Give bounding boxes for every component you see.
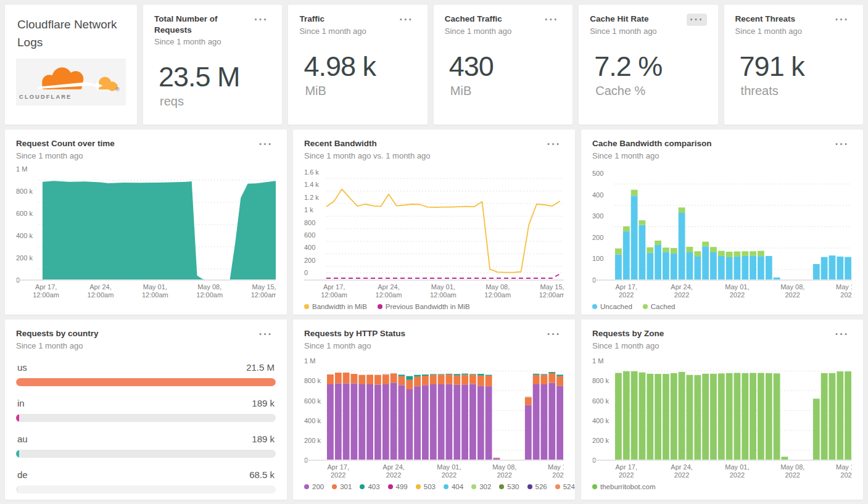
svg-text:May 08,2022: May 08,2022	[492, 463, 516, 479]
panel-menu-icon[interactable]: ···	[832, 14, 852, 26]
stat-panel-cached-traffic: Cached Traffic Since 1 month ago ··· 430…	[434, 5, 572, 125]
chart-title: Requests by Zone	[592, 328, 664, 339]
svg-text:May 01,12:00am: May 01,12:00am	[142, 283, 168, 299]
cache-bandwidth-chart[interactable]: 0100200300400500Apr 17,2022Apr 24,2022Ma…	[592, 165, 852, 300]
legend-item[interactable]: 302	[471, 483, 491, 490]
stat-subtitle: Since 1 month ago	[735, 27, 802, 36]
panel-menu-icon[interactable]: ···	[256, 138, 276, 151]
svg-text:1.4 k: 1.4 k	[304, 181, 319, 188]
http-status-chart[interactable]: 0200 k400 k600 k800 k1 MApr 17,2022Apr 2…	[304, 355, 564, 480]
stats-row: Cloudflare Network Logs CLOUDFLARE ®	[5, 5, 863, 125]
svg-text:600: 600	[304, 231, 315, 238]
stat-unit: threats	[741, 84, 852, 98]
legend-item[interactable]: 403	[360, 483, 379, 490]
cloudflare-logo-icon: CLOUDFLARE ®	[16, 61, 126, 103]
country-bar-track	[16, 450, 276, 458]
svg-text:100: 100	[592, 255, 603, 262]
legend-dot-icon	[555, 484, 560, 489]
svg-text:800 k: 800 k	[592, 377, 609, 384]
country-bar[interactable]	[16, 378, 276, 386]
svg-text:Apr 17,2022: Apr 17,2022	[616, 283, 637, 299]
stat-value: 7.2 %	[594, 51, 706, 83]
cloudflare-logo-text: CLOUDFLARE	[19, 94, 72, 100]
panel-menu-icon[interactable]: ···	[544, 138, 564, 151]
legend-dot-icon	[444, 484, 448, 489]
country-bar[interactable]	[16, 450, 19, 458]
svg-text:800 k: 800 k	[304, 377, 321, 384]
legend-label: Bandwidth in MiB	[312, 303, 367, 310]
country-code: in	[17, 398, 25, 408]
svg-text:May 01,2022: May 01,2022	[437, 463, 461, 479]
svg-text:1 M: 1 M	[304, 357, 315, 365]
panel-menu-icon[interactable]: ···	[542, 14, 561, 26]
chart-panel-recent-bandwidth: Recent Bandwidth Since 1 month ago vs. 1…	[293, 130, 575, 315]
legend-item[interactable]: Uncached	[592, 303, 632, 310]
legend-item[interactable]: 530	[499, 483, 519, 490]
svg-text:400: 400	[304, 244, 315, 251]
panel-menu-icon[interactable]: ···	[832, 138, 852, 151]
svg-text:600 k: 600 k	[16, 210, 33, 217]
legend-item[interactable]: 404	[444, 483, 463, 490]
stat-panel-recent-threats: Recent Threats Since 1 month ago ··· 791…	[724, 5, 863, 125]
panel-menu-icon[interactable]: ···	[544, 328, 564, 341]
stat-unit: MiB	[450, 84, 561, 98]
legend-item[interactable]: 200	[304, 483, 324, 490]
stat-unit: Cache %	[595, 84, 706, 98]
country-bar-track	[16, 414, 276, 422]
stat-subtitle: Since 1 month ago	[590, 27, 656, 36]
country-bar[interactable]	[16, 485, 18, 494]
svg-text:May 08,2022: May 08,2022	[780, 463, 804, 479]
page-title: Cloudflare Network Logs	[16, 14, 126, 51]
requests-by-zone-chart[interactable]: 0200 k400 k600 k800 k1 MApr 17,2022Apr 2…	[592, 355, 852, 480]
svg-text:200: 200	[304, 256, 315, 263]
panel-menu-icon[interactable]: ···	[396, 14, 416, 26]
panel-menu-icon[interactable]: ···	[251, 14, 271, 26]
stat-value: 23.5 M	[159, 61, 271, 93]
legend-item[interactable]: 301	[332, 483, 352, 490]
country-value: 189 k	[252, 398, 275, 408]
country-bar-track	[16, 378, 276, 386]
chart-subtitle: Since 1 month ago vs. 1 month ago	[304, 151, 431, 160]
svg-text:Apr 17,2022: Apr 17,2022	[328, 463, 349, 479]
chart-subtitle: Since 1 month ago	[592, 151, 712, 160]
svg-text:0: 0	[304, 269, 308, 276]
cloudflare-logo: CLOUDFLARE ®	[16, 59, 126, 105]
chart-title: Cache Bandwidth comparison	[592, 138, 712, 149]
svg-text:Apr 24,2022: Apr 24,2022	[671, 283, 692, 299]
svg-text:200 k: 200 k	[592, 436, 609, 444]
svg-text:1 M: 1 M	[16, 165, 27, 173]
panel-menu-icon[interactable]: ···	[256, 328, 276, 341]
recent-bandwidth-chart[interactable]: 02004006008001 k1.2 k1.4 k1.6 kApr 17,12…	[304, 165, 564, 300]
svg-text:May 15,2022: May 15,2022	[836, 283, 852, 299]
svg-text:800: 800	[304, 218, 315, 226]
legend-dot-icon	[592, 304, 597, 309]
country-value: 68.5 k	[249, 469, 275, 480]
stat-title: Cache Hit Rate	[590, 14, 656, 25]
svg-text:400 k: 400 k	[592, 416, 609, 424]
legend-dot-icon	[471, 484, 476, 489]
legend-item[interactable]: 499	[388, 483, 408, 490]
legend-item[interactable]: 503	[416, 483, 436, 490]
request-count-chart[interactable]: 0200 k400 k600 k800 k1 MApr 17,12:00amAp…	[16, 165, 276, 300]
legend-item[interactable]: 524	[555, 483, 575, 490]
stat-value: 791 k	[740, 51, 852, 83]
panel-menu-icon[interactable]: ···	[832, 328, 852, 341]
country-row: de 68.5 k	[16, 469, 276, 494]
legend-item[interactable]: theburritobot.com	[592, 483, 656, 490]
legend-item[interactable]: Bandwidth in MiB	[304, 303, 367, 310]
legend-dot-icon	[332, 484, 337, 489]
country-bar[interactable]	[16, 414, 19, 422]
svg-text:400 k: 400 k	[16, 232, 33, 239]
legend-item[interactable]: 526	[527, 483, 547, 490]
legend-dot-icon	[304, 484, 309, 489]
legend-item[interactable]: Cached	[643, 303, 676, 310]
svg-text:200 k: 200 k	[304, 436, 321, 444]
legend-dot-icon	[304, 304, 309, 309]
panel-menu-icon[interactable]: ···	[687, 14, 706, 26]
svg-text:200 k: 200 k	[16, 254, 33, 262]
stat-unit: MiB	[305, 84, 416, 98]
stat-subtitle: Since 1 month ago	[154, 37, 251, 46]
stat-title: Traffic	[299, 14, 366, 25]
legend-label: 403	[368, 483, 379, 490]
legend-item[interactable]: Previous Bandwidth in MiB	[378, 303, 470, 310]
